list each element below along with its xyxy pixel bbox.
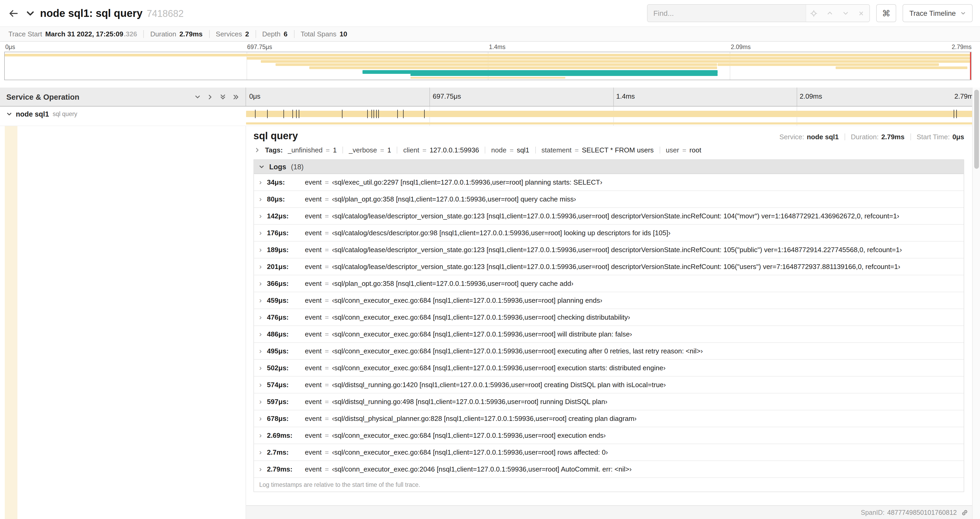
tag-separator [342, 147, 343, 153]
log-entry[interactable]: ›597μs:event=‹sql/distsql_running.go:498… [254, 393, 964, 410]
summary-value: 10 [340, 30, 347, 38]
log-entry[interactable]: ›176μs:event=‹sql/catalog/descs/descript… [254, 225, 964, 241]
span-bar-area[interactable] [246, 107, 980, 121]
tag[interactable]: user=root [666, 146, 701, 154]
ruler-tick-label: 1.4ms [616, 92, 635, 100]
log-field-value: ‹sql/conn_executor_exec.go:684 [nsql1,cl… [332, 448, 608, 456]
log-field-key: event [305, 431, 322, 439]
log-entry[interactable]: ›80μs:event=‹sql/plan_opt.go:358 [nsql1,… [254, 191, 964, 208]
focus-icon[interactable] [806, 5, 822, 22]
log-marker-tick [255, 110, 255, 118]
keyboard-shortcuts-button[interactable]: ⌘ [876, 4, 896, 22]
log-entry[interactable]: ›502μs:event=‹sql/conn_executor_exec.go:… [254, 360, 964, 377]
log-marker-tick [267, 110, 268, 118]
log-entry[interactable]: ›2.7ms:event=‹sql/conn_executor_exec.go:… [254, 444, 964, 461]
log-entry[interactable]: ›574μs:event=‹sql/distsql_running.go:142… [254, 377, 964, 393]
separator [845, 133, 845, 140]
log-entry[interactable]: ›201μs:event=‹sql/catalog/lease/descript… [254, 259, 964, 275]
log-entry[interactable]: ›189μs:event=‹sql/catalog/lease/descript… [254, 241, 964, 259]
vertical-scrollbar[interactable] [972, 88, 980, 519]
equals-sign: = [325, 431, 329, 439]
log-entry[interactable]: ›486μs:event=‹sql/conn_executor_exec.go:… [254, 326, 964, 343]
log-entry[interactable]: ›678μs:event=‹sql/distsql_physical_plann… [254, 410, 964, 427]
log-marker-tick [299, 110, 299, 118]
find-group [647, 4, 870, 22]
logs-list: ›34μs:event=‹sql/exec_util.go:2297 [nsql… [254, 174, 964, 478]
log-text: event=‹sql/conn_executor_exec.go:684 [ns… [305, 347, 703, 355]
tag-key: _verbose [349, 146, 377, 154]
collapse-one-icon[interactable] [194, 94, 201, 100]
view-mode-select[interactable]: Trace Timeline [902, 4, 973, 22]
summary-value: March 31 2022, 17:25:09 [45, 30, 123, 38]
log-field-value: ‹sql/conn_executor_exec.go:684 [nsql1,cl… [332, 313, 630, 321]
timeline-left-gutter [0, 126, 246, 519]
prev-result-icon[interactable] [822, 5, 838, 22]
back-button[interactable] [7, 7, 19, 19]
minimap-tick-label: 2.09ms [731, 44, 751, 50]
expand-one-icon[interactable] [207, 94, 213, 100]
ruler-tick-label: 697.75μs [433, 92, 461, 100]
trace-name: node sql1: sql query [40, 7, 143, 19]
equals-sign: = [422, 146, 426, 154]
detail-strip-bar-area[interactable] [246, 121, 980, 126]
log-field-key: event [305, 212, 322, 220]
find-input[interactable] [648, 5, 806, 22]
log-field-value: ‹sql/distsql_physical_planner.go:828 [ns… [332, 415, 636, 423]
tag[interactable]: statement=SELECT * FROM users [541, 146, 654, 154]
minimap-span [718, 63, 939, 66]
tag[interactable]: node=sql1 [491, 146, 530, 154]
logs-count: (18) [291, 163, 304, 171]
span-bar[interactable] [246, 111, 980, 117]
tag-value: 1 [387, 146, 391, 154]
minimap-span [261, 60, 971, 63]
service-color-strip [5, 126, 18, 519]
log-field-key: event [305, 347, 322, 355]
log-text: event=‹sql/conn_executor_exec.go:684 [ns… [305, 330, 632, 338]
scrollbar-thumb[interactable] [974, 89, 979, 169]
timeline-content: sql query Service:node sql1Duration:2.79… [0, 126, 980, 519]
log-field-value: ‹sql/conn_executor_exec.go:684 [nsql1,cl… [332, 347, 703, 355]
log-field-value: ‹sql/conn_executor_exec.go:684 [nsql1,cl… [332, 364, 665, 372]
tag-key: statement [541, 146, 571, 154]
span-row-name-cell[interactable]: node sql1 sql query [0, 107, 246, 121]
minimap-canvas[interactable] [4, 52, 972, 80]
log-entry[interactable]: ›476μs:event=‹sql/conn_executor_exec.go:… [254, 309, 964, 326]
chevron-right-icon: › [259, 195, 262, 203]
log-field-value: ‹sql/catalog/lease/descriptor_version_st… [332, 263, 900, 271]
chevron-right-icon: › [259, 398, 262, 405]
log-entry[interactable]: ›2.69ms:event=‹sql/conn_executor_exec.go… [254, 427, 964, 444]
log-entry[interactable]: ›459μs:event=‹sql/conn_executor_exec.go:… [254, 292, 964, 309]
clear-search-icon[interactable] [854, 5, 869, 22]
overview-value: 0μs [952, 133, 964, 141]
expand-all-icon[interactable] [232, 94, 239, 100]
equals-sign: = [325, 263, 329, 271]
log-entry[interactable]: ›495μs:event=‹sql/conn_executor_exec.go:… [254, 343, 964, 360]
chevron-right-icon: › [259, 296, 262, 304]
next-result-icon[interactable] [838, 5, 854, 22]
log-timestamp: 597μs: [267, 398, 299, 406]
chevron-right-icon: › [259, 381, 262, 388]
overview-item: Start Time:0μs [916, 133, 964, 141]
equals-sign: = [325, 229, 329, 237]
minimap-end-marker[interactable] [970, 52, 971, 80]
trace-collapse-chevron-icon[interactable] [26, 9, 35, 18]
log-entry[interactable]: ›366μs:event=‹sql/plan_opt.go:358 [nsql1… [254, 275, 964, 292]
log-timestamp: 574μs: [267, 381, 299, 389]
trace-minimap: 0μs697.75μs1.4ms2.09ms2.79ms [0, 42, 980, 81]
link-icon[interactable] [961, 509, 969, 516]
logs-header[interactable]: Logs (18) [254, 160, 964, 174]
log-entry[interactable]: ›142μs:event=‹sql/catalog/lease/descript… [254, 208, 964, 225]
equals-sign: = [325, 212, 329, 220]
tags-row[interactable]: Tags: _unfinished=1_verbose=1client=127.… [255, 146, 964, 154]
tag[interactable]: _verbose=1 [349, 146, 391, 154]
equals-sign: = [325, 364, 329, 372]
summary-item: Total Spans10 [294, 30, 353, 38]
collapse-all-icon[interactable] [220, 93, 226, 100]
log-entry[interactable]: ›34μs:event=‹sql/exec_util.go:2297 [nsql… [254, 174, 964, 191]
page-title: node sql1: sql query7418682 [40, 7, 184, 19]
span-operation-name: sql query [52, 111, 77, 117]
tag[interactable]: _unfinished=1 [287, 146, 337, 154]
log-entry[interactable]: ›2.79ms:event=‹sql/conn_executor_exec.go… [254, 461, 964, 478]
tag[interactable]: client=127.0.0.1:59936 [403, 146, 479, 154]
log-field-key: event [305, 263, 322, 271]
